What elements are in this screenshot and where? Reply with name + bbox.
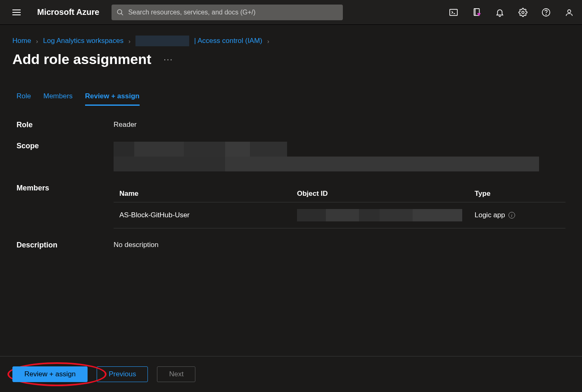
breadcrumb-iam[interactable]: | Access control (IAM) — [194, 37, 262, 45]
more-actions-icon[interactable]: ··· — [164, 55, 173, 64]
brand-logo[interactable]: Microsoft Azure — [37, 7, 99, 17]
feedback-icon[interactable] — [565, 8, 574, 17]
page-header: Add role assignment ··· — [0, 46, 582, 67]
page-title: Add role assignment — [12, 51, 151, 67]
members-table-header: Name Object ID Type — [114, 185, 565, 202]
tab-members[interactable]: Members — [43, 92, 73, 106]
col-type-header: Type — [475, 190, 560, 198]
menu-icon[interactable] — [8, 5, 25, 19]
col-objectid-header: Object ID — [297, 190, 475, 198]
next-button: Next — [157, 366, 195, 382]
description-row: Description No description — [17, 241, 565, 249]
settings-icon[interactable] — [518, 8, 527, 17]
table-row: AS-Block-GitHub-User Logic app i — [114, 202, 565, 228]
description-value: No description — [114, 241, 565, 249]
review-assign-button[interactable]: Review + assign — [12, 366, 88, 382]
tab-review-assign[interactable]: Review + assign — [85, 92, 140, 106]
review-content: Role Reader Scope Members Name Object ID… — [0, 106, 582, 356]
members-label: Members — [17, 184, 114, 192]
role-label: Role — [17, 121, 114, 129]
scope-value-redacted — [114, 142, 565, 171]
previous-button[interactable]: Previous — [97, 366, 148, 382]
top-bar: Microsoft Azure — [0, 0, 582, 25]
svg-point-10 — [568, 10, 570, 12]
member-name: AS-Block-GitHub-User — [119, 211, 297, 219]
role-value: Reader — [114, 121, 565, 129]
search-input[interactable] — [112, 5, 343, 20]
tab-role[interactable]: Role — [17, 92, 31, 106]
svg-line-1 — [121, 13, 124, 15]
svg-point-7 — [522, 11, 524, 14]
svg-point-0 — [118, 10, 122, 14]
cloud-shell-icon[interactable] — [449, 8, 458, 17]
topbar-actions — [449, 8, 574, 17]
chevron-right-icon: › — [36, 38, 38, 45]
breadcrumb-workspace-name-redacted[interactable] — [135, 36, 189, 46]
role-row: Role Reader — [17, 121, 565, 129]
help-icon[interactable] — [542, 8, 551, 17]
svg-rect-2 — [450, 9, 457, 15]
description-label: Description — [17, 241, 114, 249]
member-type: Logic app i — [475, 211, 560, 219]
breadcrumb-home[interactable]: Home — [12, 37, 31, 45]
notifications-icon[interactable] — [495, 8, 504, 17]
member-objectid-redacted — [297, 209, 475, 221]
chevron-right-icon: › — [128, 38, 131, 45]
chevron-right-icon: › — [267, 38, 269, 45]
info-icon[interactable]: i — [508, 212, 515, 219]
scope-row: Scope — [17, 142, 565, 171]
members-row: Members Name Object ID Type AS-Block-Git… — [17, 184, 565, 228]
search-icon — [116, 9, 124, 16]
breadcrumb-workspaces[interactable]: Log Analytics workspaces — [43, 37, 124, 45]
breadcrumb: Home › Log Analytics workspaces › | Acce… — [0, 25, 582, 46]
wizard-footer: Review + assign Previous Next — [0, 356, 582, 392]
filter-icon[interactable] — [472, 8, 481, 17]
svg-point-9 — [546, 14, 546, 15]
global-search[interactable] — [112, 5, 343, 20]
members-table: Name Object ID Type AS-Block-GitHub-User… — [114, 185, 565, 228]
tabs: Role Members Review + assign — [0, 67, 582, 106]
scope-label: Scope — [17, 142, 114, 150]
col-name-header: Name — [119, 190, 297, 198]
